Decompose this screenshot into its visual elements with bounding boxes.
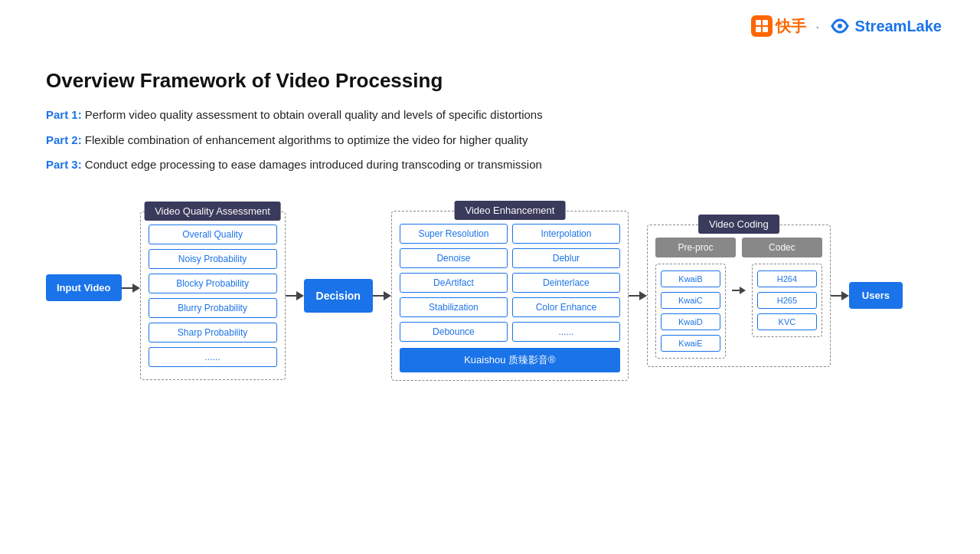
coding-left-col: KwaiB KwaiC KwaiD KwaiE xyxy=(655,264,726,359)
decision-box: Decision xyxy=(304,279,373,313)
enhance-item-9: ...... xyxy=(512,322,620,342)
kwai-d: KwaiD xyxy=(661,313,720,330)
enhance-item-0: Super Resolution xyxy=(400,224,508,244)
arrow-2 xyxy=(286,291,304,300)
svg-rect-1 xyxy=(763,20,768,25)
kuaishou-icon xyxy=(751,15,773,37)
enhance-footer: Kuaishou 质臻影音® xyxy=(400,348,620,372)
svg-point-4 xyxy=(838,24,842,28)
enhance-item-2: Denoise xyxy=(400,248,508,268)
part-3-text: Conduct edge processing to ease damages … xyxy=(82,158,542,171)
h264: H264 xyxy=(757,270,817,287)
vqa-item-5: ...... xyxy=(149,347,277,367)
input-video-box: Input Video xyxy=(46,274,122,301)
vqa-item-4: Sharp Probability xyxy=(149,323,277,343)
kwai-e: KwaiE xyxy=(661,335,720,352)
kvc: KVC xyxy=(757,313,817,330)
svg-rect-0 xyxy=(756,20,761,25)
coding-bottom: KwaiB KwaiC KwaiD KwaiE H264 H265 KVC xyxy=(655,264,822,359)
enhancement-header: Video Enhancement xyxy=(454,201,565,220)
vqa-header: Video Quality Assessment xyxy=(144,202,281,221)
arrow-3 xyxy=(373,291,391,300)
coding-inner-arrow xyxy=(732,264,746,294)
enhance-item-4: DeArtifact xyxy=(400,273,508,293)
pre-proc-label: Pre-proc xyxy=(655,238,736,257)
coding-header: Video Coding xyxy=(698,215,779,234)
users-box: Users xyxy=(849,282,903,309)
vqa-item-0: Overall Quality xyxy=(149,225,277,244)
streamlake-icon xyxy=(829,15,851,37)
arrow-5 xyxy=(831,291,849,300)
parts-section: Part 1: Perform video quality assessment… xyxy=(46,107,934,174)
coding-right-col: H264 H265 KVC xyxy=(752,264,822,337)
enhance-item-6: Stabilization xyxy=(400,297,508,317)
enhancement-section: Video Enhancement Super Resolution Inter… xyxy=(391,211,629,381)
enhance-item-7: Color Enhance xyxy=(512,297,620,317)
kwai-b: KwaiB xyxy=(661,270,720,287)
part-1-line: Part 1: Perform video quality assessment… xyxy=(46,107,934,124)
coding-top-row: Pre-proc Codec xyxy=(655,238,822,257)
part-1-text: Perform video quality assessment to obta… xyxy=(82,108,543,121)
part-3-line: Part 3: Conduct edge processing to ease … xyxy=(46,156,934,174)
enhance-item-3: Deblur xyxy=(512,248,620,268)
coding-section: Video Coding Pre-proc Codec KwaiB KwaiC … xyxy=(647,225,831,367)
enhance-item-5: Deinterlace xyxy=(512,273,620,293)
part-3-label: Part 3: xyxy=(46,158,82,171)
enhance-item-8: Debounce xyxy=(400,322,508,342)
codec-label: Codec xyxy=(742,238,822,257)
svg-rect-2 xyxy=(756,27,761,32)
streamlake-text: StreamLake xyxy=(855,18,942,35)
part-2-text: Flexible combination of enhancement algo… xyxy=(82,133,528,146)
part-2-label: Part 2: xyxy=(46,133,82,146)
arrow-1 xyxy=(122,284,140,293)
diagram: Input Video Video Quality Assessment Ove… xyxy=(46,195,934,381)
enhance-grid: Super Resolution Interpolation Denoise D… xyxy=(400,224,620,342)
arrow-4 xyxy=(629,291,647,300)
vqa-item-3: Blurry Probability xyxy=(149,298,277,318)
vqa-item-2: Blocky Probability xyxy=(149,274,277,293)
page: 快手 · StreamLake Overview Framework of Vi… xyxy=(0,0,980,554)
kuaishou-logo: 快手 xyxy=(751,15,806,37)
svg-rect-3 xyxy=(763,27,768,32)
part-1-label: Part 1: xyxy=(46,108,82,121)
kwai-c: KwaiC xyxy=(661,292,720,309)
kuaishou-text: 快手 xyxy=(776,16,806,37)
logo-divider: · xyxy=(815,18,820,35)
part-2-line: Part 2: Flexible combination of enhancem… xyxy=(46,132,934,149)
vqa-section: Video Quality Assessment Overall Quality… xyxy=(140,211,286,380)
h265: H265 xyxy=(757,292,817,309)
page-title: Overview Framework of Video Processing xyxy=(46,69,934,93)
logo-area: 快手 · StreamLake xyxy=(751,15,942,37)
streamlake-logo: StreamLake xyxy=(829,15,942,37)
vqa-item-1: Noisy Probability xyxy=(149,249,277,269)
enhance-item-1: Interpolation xyxy=(512,224,620,244)
